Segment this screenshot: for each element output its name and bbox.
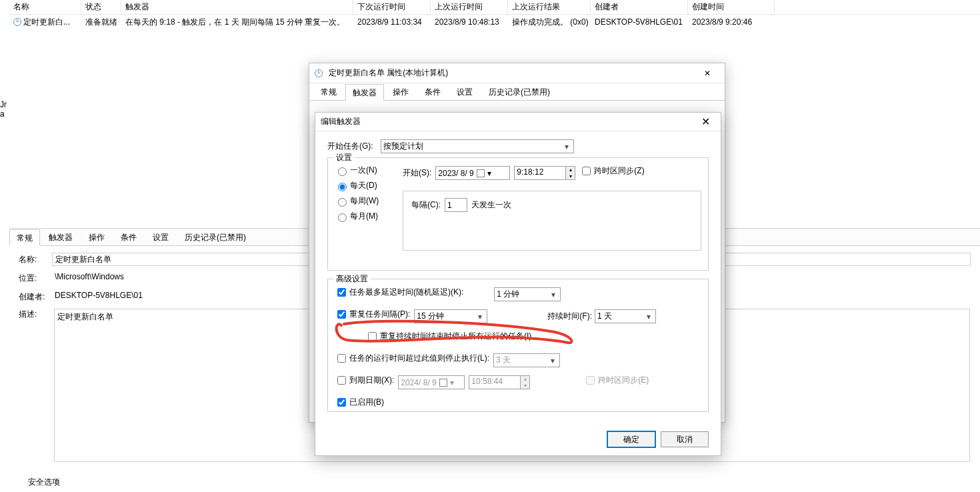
radio-once[interactable]: 一次(N): [335, 165, 395, 176]
enabled-checkbox[interactable]: 已启用(B): [335, 396, 384, 409]
advanced-group-title: 高级设置: [333, 273, 371, 285]
start-time-input[interactable]: 9:18:12▴▾: [514, 166, 575, 180]
radio-once-label: 一次(N): [350, 165, 377, 176]
tab-actions[interactable]: 操作: [81, 229, 112, 245]
side-line: a: [0, 109, 5, 119]
expire-date-input: 2024/ 8/ 9▾: [398, 375, 465, 389]
chevron-down-icon: ▾: [475, 312, 485, 321]
recur-every-input[interactable]: [445, 198, 467, 212]
properties-tabbar: 常规 触发器 操作 条件 设置 历史记录(已禁用): [309, 83, 725, 101]
radio-weekly[interactable]: 每周(W): [335, 195, 395, 207]
col-creator[interactable]: 创建者: [591, 0, 688, 14]
maxrun-select: 3 天▾: [493, 353, 560, 367]
delay-checkbox[interactable]: 任务最多延迟时间(随机延迟)(K):: [335, 286, 463, 299]
ptab-settings[interactable]: 设置: [449, 83, 480, 100]
start-date-text: 2023/ 8/ 9: [438, 169, 473, 178]
dialog-titlebar[interactable]: 编辑触发器 ✕: [315, 113, 721, 131]
task-list-header: 名称 状态 触发器 下次运行时间 上次运行时间 上次运行结果 创建者 创建时间: [9, 0, 980, 15]
det-loc-label: 位置:: [19, 273, 52, 284]
task-trigger-cell: 在每天的 9:18 - 触发后，在 1 天 期间每隔 15 分钟 重复一次。: [121, 15, 353, 29]
calendar-icon: [477, 169, 485, 177]
side-line: Jr: [0, 100, 7, 109]
task-name-text: 定时更新白...: [23, 17, 70, 27]
radio-daily[interactable]: 每天(D): [335, 180, 395, 191]
expire-time-input: 10:58:44▴▾: [469, 375, 530, 389]
chevron-down-icon: ▾: [450, 378, 454, 387]
dialog-close-button[interactable]: ✕: [695, 115, 715, 128]
task-name-cell: 定时更新白...: [9, 15, 81, 29]
task-last-cell: 2023/8/9 10:48:13: [431, 16, 508, 28]
task-ctime-cell: 2023/8/9 9:20:46: [688, 16, 775, 28]
tab-general[interactable]: 常规: [9, 229, 40, 246]
calendar-icon: [439, 379, 447, 387]
ok-button[interactable]: 确定: [607, 431, 655, 447]
tab-history[interactable]: 历史记录(已禁用): [177, 229, 253, 245]
col-last-result[interactable]: 上次运行结果: [508, 0, 591, 14]
clock-icon: [315, 69, 323, 77]
edit-trigger-dialog: 编辑触发器 ✕ 开始任务(G): 按预定计划▾ 设置 一次(N) 每天(D) 每…: [315, 112, 721, 456]
col-trigger[interactable]: 触发器: [121, 0, 353, 14]
col-state[interactable]: 状态: [81, 0, 121, 14]
task-creator-cell: DESKTOP-5V8HLGE\01: [591, 16, 688, 28]
chevron-down-icon: ▾: [487, 169, 491, 178]
tz-sync2-checkbox: 跨时区同步(E): [583, 374, 649, 387]
delay-select[interactable]: 1 分钟▾: [494, 287, 561, 301]
duration-select[interactable]: 1 天▾: [595, 309, 656, 323]
radio-daily-label: 每天(D): [350, 180, 377, 191]
task-row[interactable]: 定时更新白... 准备就绪 在每天的 9:18 - 触发后，在 1 天 期间每隔…: [9, 15, 980, 29]
maxrun-checkbox[interactable]: 任务的运行时间超过此值则停止执行(L):: [335, 352, 489, 365]
col-create-time[interactable]: 创建时间: [688, 0, 775, 14]
col-name[interactable]: 名称: [9, 0, 81, 14]
enabled-label: 已启用(B): [349, 397, 384, 408]
repeat-value: 15 分钟: [417, 311, 444, 322]
tz-sync-checkbox[interactable]: 跨时区同步(Z): [579, 165, 644, 177]
spin-buttons: ▴▾: [521, 375, 530, 389]
begin-task-value: 按预定计划: [383, 141, 423, 152]
begin-task-select[interactable]: 按预定计划▾: [381, 139, 574, 153]
task-list: 名称 状态 触发器 下次运行时间 上次运行时间 上次运行结果 创建者 创建时间 …: [9, 0, 980, 29]
chevron-down-icon: ▾: [562, 142, 571, 151]
duration-label: 持续时间(F):: [547, 311, 592, 322]
ptab-actions[interactable]: 操作: [385, 83, 416, 100]
recur-every-label: 每隔(C):: [411, 199, 441, 211]
side-clipped-text: Jr a: [0, 100, 7, 119]
ptab-history[interactable]: 历史记录(已禁用): [481, 83, 557, 100]
col-last-run[interactable]: 上次运行时间: [431, 0, 508, 14]
det-name-label: 名称:: [19, 254, 52, 265]
stop-all-checkbox[interactable]: 重复持续时间结束时停止所有运行的任务(I): [365, 330, 531, 343]
ptab-triggers[interactable]: 触发器: [345, 84, 384, 101]
expire-date-text: 2024/ 8/ 9: [401, 378, 436, 387]
expire-checkbox[interactable]: 到期日期(X):: [335, 374, 394, 387]
spin-buttons[interactable]: ▴▾: [566, 166, 575, 180]
tab-triggers[interactable]: 触发器: [41, 229, 80, 245]
repeat-interval-select[interactable]: 15 分钟▾: [414, 309, 487, 323]
tz-sync-label: 跨时区同步(Z): [594, 165, 644, 177]
cancel-button[interactable]: 取消: [661, 431, 709, 447]
task-next-cell: 2023/8/9 11:03:34: [353, 16, 431, 28]
tab-conditions[interactable]: 条件: [113, 229, 144, 245]
det-creator-label: 创建者:: [19, 291, 52, 303]
repeat-checkbox[interactable]: 重复任务间隔(P):: [335, 308, 410, 321]
ptab-conditions[interactable]: 条件: [417, 83, 448, 100]
radio-monthly[interactable]: 每月(M): [335, 211, 395, 222]
tab-settings[interactable]: 设置: [145, 229, 176, 245]
delay-label: 任务最多延迟时间(随机延迟)(K):: [349, 287, 463, 298]
maxrun-label: 任务的运行时间超过此值则停止执行(L):: [349, 353, 489, 364]
col-next-run[interactable]: 下次运行时间: [353, 0, 431, 14]
properties-title: 定时更新白名单 属性(本地计算机): [329, 67, 448, 79]
det-desc-label: 描述:: [19, 309, 52, 320]
start-date-input[interactable]: 2023/ 8/ 9▾: [435, 166, 510, 180]
start-label: 开始(S):: [403, 167, 431, 179]
recur-every-suffix: 天发生一次: [471, 199, 511, 211]
security-options-heading: 安全选项: [28, 477, 60, 488]
properties-titlebar[interactable]: 定时更新白名单 属性(本地计算机) ✕: [309, 63, 725, 83]
ptab-general[interactable]: 常规: [313, 83, 344, 100]
dialog-title: 编辑触发器: [321, 116, 361, 127]
clock-icon: [13, 18, 21, 26]
tz-sync2-label: 跨时区同步(E): [598, 375, 649, 386]
chevron-down-icon: ▾: [644, 312, 653, 321]
repeat-label: 重复任务间隔(P):: [349, 309, 410, 320]
start-time-text: 9:18:12: [514, 166, 566, 180]
delay-value: 1 分钟: [497, 289, 519, 300]
properties-close-button[interactable]: ✕: [695, 65, 719, 81]
